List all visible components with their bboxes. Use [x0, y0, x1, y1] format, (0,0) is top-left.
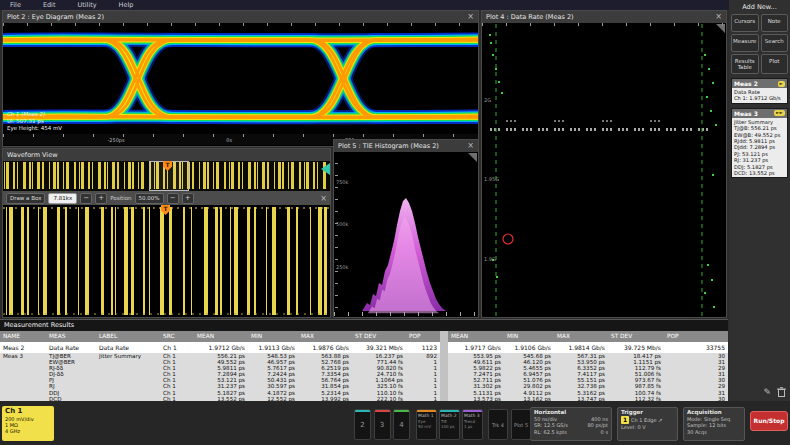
- trigger-info: Level: 0 V: [621, 424, 674, 430]
- table-cell[interactable]: 39.725 Mb/s: [608, 342, 664, 353]
- add-new-label: Add New...: [731, 3, 788, 11]
- eye-diagram-plot[interactable]: [3, 24, 478, 135]
- zoom-out-button[interactable]: −: [80, 193, 92, 204]
- channel4-badge[interactable]: 4: [393, 409, 410, 440]
- table-header-cell: POP: [406, 331, 440, 342]
- waveform-panel-titlebar[interactable]: Waveform View: [3, 149, 330, 161]
- table-cell[interactable]: 1.9113 Gb/s: [248, 342, 298, 353]
- table-cell[interactable]: 1.9717 Gb/s: [448, 342, 504, 353]
- sidebar-button-results-table[interactable]: Results Table: [731, 54, 759, 74]
- scope-application: FileEditUtilityHelp Plot 2 : Eye Diagram…: [0, 0, 790, 445]
- math-info: 100 ps: [440, 424, 459, 429]
- data-rate-trend-panel[interactable]: Plot 4 : Data Rate (Meas 2) × 2G1.95G1.9…: [481, 10, 727, 318]
- table-cell[interactable]: 1.9814 Gb/s: [554, 342, 608, 353]
- waveform-overview[interactable]: T: [3, 161, 330, 191]
- eye-diagram-panel[interactable]: Plot 2 : Eye Diagram (Meas 2) × Ch 1 (Me…: [2, 10, 479, 147]
- table-cell[interactable]: 1.9106 Gb/s: [504, 342, 554, 353]
- horizontal-value: 0 s: [601, 429, 608, 435]
- menu-item-file[interactable]: File: [10, 1, 21, 9]
- math-badge-3[interactable]: Math 3Trend1 µs: [462, 409, 483, 440]
- measurement-results-table[interactable]: Measurement Results NAMEMEASLABELSRCMEAN…: [0, 319, 728, 401]
- position-plus-button[interactable]: +: [182, 193, 194, 204]
- sidebar-button-measure[interactable]: Measure: [731, 34, 759, 52]
- meas3-header[interactable]: Meas 3 ►►: [732, 109, 787, 118]
- close-icon[interactable]: ×: [467, 12, 474, 22]
- eye-panel-titlebar[interactable]: Plot 2 : Eye Diagram (Meas 2) ×: [3, 11, 478, 23]
- sidebar-button-search[interactable]: Search: [761, 34, 789, 52]
- table-cell[interactable]: 1123: [406, 342, 440, 353]
- waveform-view-panel[interactable]: Waveform View T Draw a Box 7.81kx − + Po…: [2, 148, 331, 318]
- menu-item-utility[interactable]: Utility: [77, 1, 96, 9]
- trigger-source-icon: 1: [621, 416, 629, 424]
- hist-panel-titlebar[interactable]: Plot 5 : TIE Histogram (Meas 2) ×: [334, 140, 478, 152]
- table-cell[interactable]: Data Rate: [46, 342, 96, 353]
- channel1-badge[interactable]: Ch 1 200 mV/div1 MΩ4 GHz: [2, 406, 54, 441]
- table-divider: [440, 331, 448, 342]
- table-cell[interactable]: 39.321 Mb/s: [352, 342, 406, 353]
- results-table-title: Measurement Results: [0, 320, 728, 331]
- table-cell[interactable]: 1.9876 Gb/s: [298, 342, 352, 353]
- channel-number: 2: [355, 412, 370, 438]
- trend-plot[interactable]: [482, 24, 726, 317]
- hist-y-label: 750k: [336, 179, 348, 185]
- menu-item-edit[interactable]: Edit: [43, 1, 56, 9]
- table-cell[interactable]: Meas 2: [0, 342, 46, 353]
- channel2-badge[interactable]: 2: [354, 409, 371, 440]
- meas2-badge[interactable]: Meas 2 ► Data RateCh 1: 1.9712 Gb/s: [731, 78, 788, 104]
- position-value[interactable]: 50.00%: [135, 193, 164, 204]
- histogram-plot[interactable]: [334, 153, 478, 314]
- channel1-label: Ch 1: [5, 407, 51, 416]
- run-stop-button[interactable]: Run/Stop: [750, 411, 788, 431]
- meas3-badge[interactable]: Meas 3 ►► Jitter SummaryTJ@B: 556.21 psE…: [731, 108, 788, 179]
- channel1-info: 4 GHz: [5, 428, 51, 434]
- acquisition-title: Acquisition: [687, 409, 741, 416]
- zoom-in-button[interactable]: +: [95, 193, 107, 204]
- trigger-title: Trigger: [621, 409, 674, 416]
- sidebar-button-plot[interactable]: Plot: [761, 54, 789, 74]
- trend-panel-titlebar[interactable]: Plot 4 : Data Rate (Meas 2) ×: [482, 11, 726, 23]
- extra-badge[interactable]: Plot 5: [511, 409, 531, 440]
- close-icon[interactable]: ×: [320, 194, 327, 203]
- zoom-handle-icon[interactable]: [321, 163, 330, 175]
- math-info: 1 µs: [463, 424, 482, 429]
- zoom-factor-value[interactable]: 7.81kx: [48, 193, 77, 204]
- close-icon[interactable]: ×: [467, 141, 474, 151]
- play-icon[interactable]: ►: [778, 81, 785, 87]
- table-header-cell: ST DEV: [352, 331, 406, 342]
- eye-annotation: Ch 1 (Meas 2): [7, 111, 45, 118]
- pencil-icon[interactable]: ✎: [763, 388, 771, 397]
- table-cell[interactable]: Ch 1: [160, 342, 194, 353]
- math-label: Math 2: [440, 412, 459, 419]
- close-icon[interactable]: ×: [715, 12, 722, 22]
- draw-a-box-button[interactable]: Draw a Box: [6, 193, 45, 204]
- acquisition-panel[interactable]: Acquisition Mode: Single SeqSample: 12 b…: [683, 407, 745, 441]
- sidebar-button-cursors[interactable]: Cursors: [731, 14, 759, 32]
- meas2-header[interactable]: Meas 2 ►: [732, 79, 787, 88]
- horizontal-info: RL: 62.5 kpts0 s: [534, 429, 608, 435]
- zoomed-waveform-area[interactable]: T: [3, 205, 330, 317]
- results-table-grid: NAMEMEASLABELSRCMEANMINMAXST DEVPOPMEANM…: [0, 331, 728, 402]
- math-badge-1[interactable]: Math 1Eye50 mV: [416, 409, 437, 440]
- table-header-cell: ST DEV: [608, 331, 664, 342]
- trash-icon[interactable]: [777, 387, 786, 397]
- eye-annotation: Eye Height: 454 mV: [7, 125, 62, 132]
- table-cell[interactable]: 33755: [664, 342, 728, 353]
- math-badge-2[interactable]: Math 2TIE100 ps: [439, 409, 460, 440]
- position-minus-button[interactable]: −: [167, 193, 179, 204]
- table-header-cell: NAME: [0, 331, 46, 342]
- table-header-cell: MIN: [504, 331, 554, 342]
- play-icon[interactable]: ►►: [774, 110, 785, 116]
- menu-item-help[interactable]: Help: [119, 1, 134, 9]
- trigger-panel[interactable]: Trigger 1Ch 1 Edge ↗ Level: 0 V: [617, 407, 678, 441]
- table-header-cell: MAX: [554, 331, 608, 342]
- hist-panel-title: Plot 5 : TIE Histogram (Meas 2): [338, 140, 439, 152]
- zoom-toolbar: Draw a Box 7.81kx − + Position 50.00% − …: [3, 191, 330, 205]
- sidebar-button-note[interactable]: Note: [761, 14, 789, 32]
- tie-histogram-panel[interactable]: Plot 5 : TIE Histogram (Meas 2) × 750k50…: [333, 139, 479, 318]
- table-cell[interactable]: Data Rate: [96, 342, 160, 353]
- table-header-cell: SRC: [160, 331, 194, 342]
- extra-badge[interactable]: Trk 4: [488, 409, 508, 440]
- table-cell[interactable]: 1.9712 Gb/s: [194, 342, 248, 353]
- horizontal-panel[interactable]: Horizontal 50 ns/div400 nsSR: 12.5 GS/s8…: [530, 407, 612, 441]
- channel3-badge[interactable]: 3: [374, 409, 391, 440]
